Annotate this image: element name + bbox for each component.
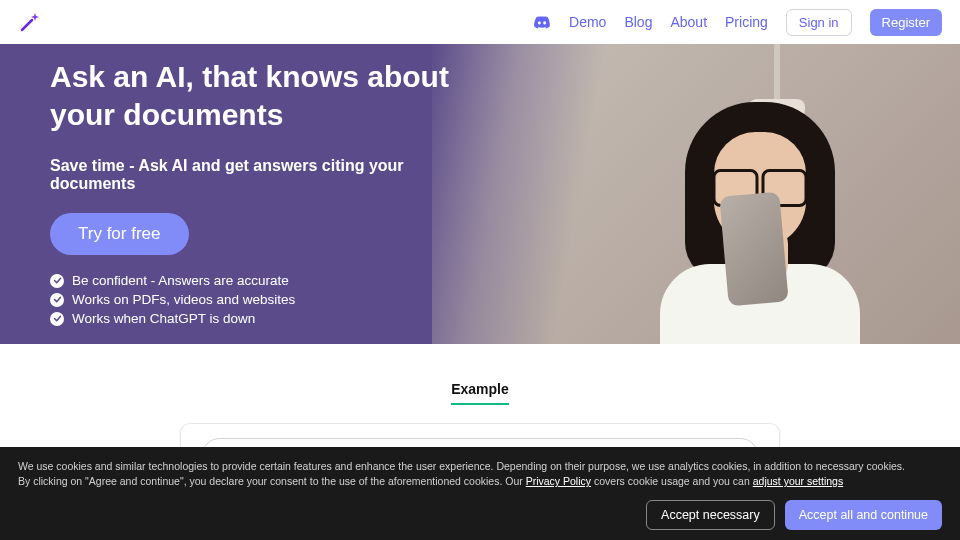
person-illustration (620, 84, 900, 344)
check-icon (50, 293, 64, 307)
logo[interactable] (18, 10, 42, 34)
register-button[interactable]: Register (870, 9, 942, 36)
feature-text: Works on PDFs, videos and websites (72, 292, 295, 307)
feature-item: Be confident - Answers are accurate (50, 273, 470, 288)
feature-text: Be confident - Answers are accurate (72, 273, 289, 288)
signin-button[interactable]: Sign in (786, 9, 852, 36)
nav-demo[interactable]: Demo (569, 14, 606, 30)
hero-title: Ask an AI, that knows about your documen… (50, 58, 470, 133)
header: Demo Blog About Pricing Sign in Register (0, 0, 960, 44)
nav: Demo Blog About Pricing Sign in Register (533, 9, 942, 36)
example-tab[interactable]: Example (451, 381, 509, 405)
hero-content: Ask an AI, that knows about your documen… (0, 44, 520, 326)
cookie-banner: We use cookies and similar technologies … (0, 447, 960, 541)
nav-pricing[interactable]: Pricing (725, 14, 768, 30)
hero: Ask an AI, that knows about your documen… (0, 44, 960, 344)
nav-blog[interactable]: Blog (624, 14, 652, 30)
cookie-text: We use cookies and similar technologies … (18, 459, 942, 491)
discord-icon[interactable] (533, 13, 551, 31)
cookie-actions: Accept necessary Accept all and continue (18, 500, 942, 530)
feature-item: Works on PDFs, videos and websites (50, 292, 470, 307)
feature-item: Works when ChatGPT is down (50, 311, 470, 326)
nav-about[interactable]: About (670, 14, 707, 30)
accept-necessary-button[interactable]: Accept necessary (646, 500, 775, 530)
feature-text: Works when ChatGPT is down (72, 311, 255, 326)
accept-all-button[interactable]: Accept all and continue (785, 500, 942, 530)
check-icon (50, 312, 64, 326)
feature-list: Be confident - Answers are accurate Work… (50, 273, 470, 326)
adjust-settings-link[interactable]: adjust your settings (753, 475, 843, 487)
try-free-button[interactable]: Try for free (50, 213, 189, 255)
check-icon (50, 274, 64, 288)
hero-subtitle: Save time - Ask AI and get answers citin… (50, 157, 470, 193)
privacy-policy-link[interactable]: Privacy Policy (526, 475, 591, 487)
